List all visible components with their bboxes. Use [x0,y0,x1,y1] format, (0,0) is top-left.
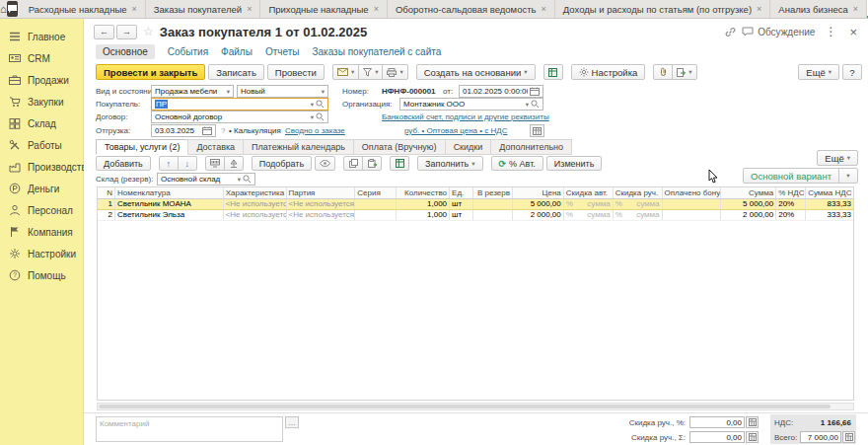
calculator-icon[interactable] [746,416,759,428]
window-tab[interactable]: Доходы и расходы по статьям (по отгрузке… [555,0,771,18]
date-input[interactable]: 01.02.2025 0:00:00 [459,85,543,98]
sidebar-item-proizvodstvo[interactable]: Производство [0,156,83,178]
sidebar-item-pomosch[interactable]: ?Помощь [0,264,83,286]
discount-sum-input[interactable]: 0,00 [689,431,745,443]
write-button[interactable]: Записать [208,64,264,80]
forward-button[interactable]: → [116,25,137,39]
tab-osnovnoe[interactable]: Основное [96,44,155,59]
sidebar-item-zakupki[interactable]: Закупки [0,91,83,112]
tab-dopolnitelno[interactable]: Дополнительно [490,139,572,155]
bank-details-link[interactable]: Банковский счет, подписи и другие реквиз… [382,112,549,121]
more-button[interactable]: Ещё▾ [798,64,839,80]
favorite-star-icon[interactable]: ☆ [143,25,154,38]
table-row[interactable]: 2 Светильник Эльза <Не используется> <Не… [98,210,853,221]
calendar-icon[interactable] [530,87,540,96]
filter-button[interactable]: ▾ [358,64,383,80]
sidebar-item-personal[interactable]: Персонал [0,199,83,221]
edo-button[interactable]: ▾ [672,64,696,80]
help-button[interactable]: ? [842,64,862,80]
copy-rows-button[interactable] [343,156,363,171]
sidebar-item-glavnoe[interactable]: Главное [0,26,83,47]
settings-button[interactable]: Настройка [571,64,646,80]
post-button[interactable]: Провести [267,64,325,80]
kebab-menu-icon[interactable]: ⋮ [821,25,840,38]
sidebar-item-prodazhi[interactable]: Продажи [0,69,83,91]
total-input[interactable]: 7 000,00 [800,431,841,443]
org-input[interactable]: Монтажник ООО▾ [399,98,543,111]
variant-dropdown-button[interactable]: ▾ [838,168,858,184]
tab-skidki[interactable]: Скидки [445,139,492,155]
contract-input[interactable]: Основной договор▾ [151,111,328,123]
tab-zakazy-s-sayta[interactable]: Заказы покупателей с сайта [312,46,441,57]
state-select[interactable]: Новый▾ [237,85,328,98]
kind-select[interactable]: Продажа мебели▾ [151,85,234,98]
mail-button[interactable]: ▾ [332,64,359,80]
magnifier-icon[interactable] [531,100,540,109]
window-tab[interactable]: Анализ бизнеса× [770,0,867,18]
table-row[interactable]: 1 Светильник МОАНА <Не используется> <Не… [98,199,853,210]
magnifier-icon[interactable] [316,112,325,121]
export-table-button[interactable] [390,156,409,171]
print-button[interactable]: ▾ [382,64,407,80]
home-icon[interactable]: ⌂ [0,0,7,18]
tab-close-icon[interactable]: × [757,4,761,14]
tab-platezhny-kalendar[interactable]: Платежный календарь [243,139,354,155]
attachments-button[interactable] [653,64,673,80]
add-row-button[interactable]: Добавить [96,156,151,171]
calculation-label[interactable]: • Калькуляция [229,126,281,135]
window-tab[interactable]: Заказы покупателей× [146,0,261,18]
order-summary-link[interactable]: Сводно о заказе [285,126,345,135]
table-more-button[interactable]: Ещё▾ [817,150,858,166]
buyer-input[interactable]: ПР▾ [151,98,328,111]
price-table-button[interactable] [530,124,544,137]
sidebar-item-kompaniya[interactable]: Компания [0,221,83,243]
variant-button[interactable]: Основной вариант [743,168,839,184]
discount-pct-input[interactable]: 0,00 [689,416,745,428]
tab-oplata[interactable]: Оплата (Вручную) [353,139,446,155]
reports-button[interactable] [543,64,563,80]
tab-close-icon[interactable]: × [374,4,379,14]
sidebar-item-crm[interactable]: CRM [0,47,83,69]
sidebar-item-nastroyki[interactable]: Настройки [0,243,83,264]
create-based-on-button[interactable]: Создать на основании▾ [416,64,536,80]
sidebar-item-dengi[interactable]: Деньги [0,178,83,199]
tab-close-icon[interactable]: × [542,4,546,14]
tab-tovary-uslugi[interactable]: Товары, услуги (2) [96,139,188,155]
back-button[interactable]: ← [94,25,114,39]
comment-input[interactable] [96,416,283,442]
paste-rows-button[interactable] [362,156,382,171]
magnifier-icon[interactable] [316,100,325,109]
tab-close-icon[interactable]: × [853,4,858,14]
calculator-icon[interactable] [746,431,759,443]
window-tab[interactable]: Оборотно-сальдовая ведомость× [388,0,555,18]
discussion-button[interactable]: Обсуждение [742,27,815,37]
discussions-icon[interactable] [7,1,18,17]
pick-button[interactable]: Подобрать [252,156,312,171]
magnifier-icon[interactable] [243,175,252,184]
warehouse-input[interactable]: Основной склад▾ [157,173,255,185]
window-tab[interactable]: Расходные накладные× [21,0,146,18]
tab-otchety[interactable]: Отчеты [265,46,300,57]
sidebar-item-sklad[interactable]: Склад [0,112,83,134]
move-down-button[interactable]: ↓ [178,156,197,171]
edit-button[interactable]: Изменить [546,156,603,171]
sidebar-item-raboty[interactable]: Работы [0,134,83,156]
shipment-date-input[interactable]: 03.03.2025 [151,124,216,137]
show-hide-button[interactable] [315,156,335,171]
scales-button[interactable] [224,156,244,171]
move-up-button[interactable]: ↑ [159,156,179,171]
horizontal-scrollbar[interactable] [97,403,854,410]
price-currency-link[interactable]: руб. • Оптовая цена • с НДС [404,126,508,135]
barcode-scanner-button[interactable] [205,156,225,171]
close-icon[interactable]: × [846,25,860,39]
tab-dostavka[interactable]: Доставка [187,139,244,155]
comment-expand-button[interactable]: … [285,416,299,428]
fill-button[interactable]: Заполнить▾ [417,156,482,171]
tab-close-icon[interactable]: × [247,4,252,14]
tab-close-icon[interactable]: × [132,4,137,14]
auto-discount-button[interactable]: ⟳% Авт. [491,156,543,171]
tab-fayly[interactable]: Файлы [221,46,253,57]
scrollbar-thumb[interactable] [99,405,831,408]
calculator-icon[interactable] [842,431,855,443]
tab-sobytiya[interactable]: События [168,46,208,57]
